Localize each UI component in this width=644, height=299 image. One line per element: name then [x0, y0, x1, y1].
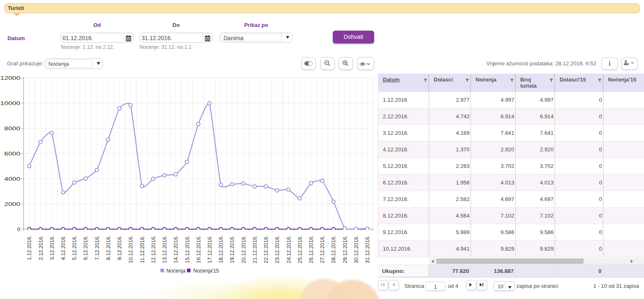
svg-text:23.12.2016.: 23.12.2016. [274, 236, 280, 263]
svg-text:18.12.2016.: 18.12.2016. [218, 236, 224, 263]
svg-text:14.12.2016.: 14.12.2016. [173, 236, 179, 263]
svg-text:3.12.2016.: 3.12.2016. [49, 236, 55, 260]
svg-text:2.12.2016.: 2.12.2016. [38, 236, 44, 260]
svg-text:4.12.2016.: 4.12.2016. [60, 236, 66, 260]
svg-text:9.12.2016.: 9.12.2016. [116, 236, 123, 260]
svg-text:10.12.2016.: 10.12.2016. [127, 236, 134, 263]
svg-text:30.12.2016.: 30.12.2016. [353, 236, 359, 263]
svg-text:11.12.2016.: 11.12.2016. [139, 236, 145, 263]
svg-text:6000: 6000 [4, 151, 20, 157]
svg-text:29.12.2016.: 29.12.2016. [342, 236, 348, 263]
svg-text:12.12.2016.: 12.12.2016. [150, 236, 156, 263]
svg-text:26.12.2016.: 26.12.2016. [308, 236, 314, 263]
svg-text:1.12.2016.: 1.12.2016. [26, 236, 32, 260]
svg-text:27.12.2016.: 27.12.2016. [319, 236, 325, 263]
svg-text:20.12.2016.: 20.12.2016. [240, 236, 247, 263]
svg-text:16.12.2016.: 16.12.2016. [195, 236, 202, 263]
svg-text:25.12.2016.: 25.12.2016. [297, 236, 303, 263]
svg-text:15.12.2016.: 15.12.2016. [184, 236, 190, 263]
svg-text:5.12.2016.: 5.12.2016. [71, 236, 77, 260]
svg-text:6.12.2016.: 6.12.2016. [82, 236, 89, 260]
svg-text:8000: 8000 [4, 125, 20, 132]
svg-text:21.12.2016.: 21.12.2016. [252, 236, 258, 263]
svg-text:13.12.2016.: 13.12.2016. [161, 236, 168, 263]
svg-text:19.12.2016.: 19.12.2016. [229, 236, 235, 263]
svg-text:Noćenja: Noćenja [166, 268, 185, 274]
svg-text:22.12.2016.: 22.12.2016. [263, 236, 269, 263]
svg-text:4000: 4000 [4, 176, 20, 182]
svg-text:Noćenja'15: Noćenja'15 [193, 268, 219, 274]
svg-text:10000: 10000 [0, 100, 21, 106]
svg-text:24.12.2016.: 24.12.2016. [286, 236, 292, 263]
svg-text:28.12.2016.: 28.12.2016. [330, 236, 336, 263]
svg-text:12000: 12000 [0, 75, 21, 81]
svg-text:7.12.2016.: 7.12.2016. [94, 236, 100, 260]
svg-text:0: 0 [17, 226, 20, 232]
svg-text:2000: 2000 [4, 201, 20, 207]
svg-text:8.12.2016.: 8.12.2016. [105, 236, 111, 260]
svg-text:31.12.2016.: 31.12.2016. [364, 236, 370, 263]
svg-text:17.12.2016.: 17.12.2016. [207, 236, 213, 263]
